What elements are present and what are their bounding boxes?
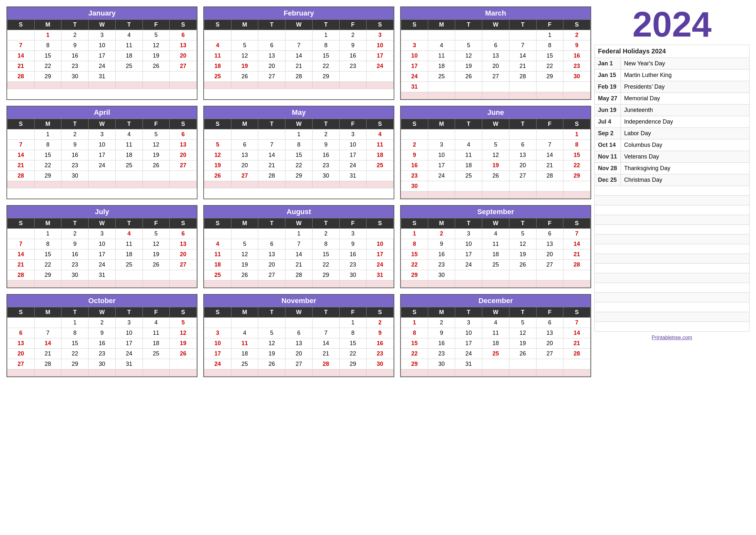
day-cell: 17 [89,150,116,160]
day-header-t-2: T [455,218,482,229]
day-cell: 28 [536,171,563,181]
day-cell: 4 [115,229,143,239]
day-cell: 12 [143,41,170,51]
day-header-s-6: S [563,20,590,30]
day-cell: 15 [401,249,428,260]
day-cell: 18 [455,160,482,171]
day-cell: 12 [231,249,258,260]
day-cell: 28 [285,71,312,82]
empty-cell [536,280,563,288]
day-cell: 28 [8,71,35,82]
day-cell: 7 [285,41,312,51]
empty-cell [509,369,536,377]
day-cell: 6 [482,41,509,51]
day-header-t-4: T [115,119,143,129]
day-cell: 3 [89,30,116,41]
day-cell: 4 [115,129,143,140]
day-cell: 30 [563,71,590,82]
day-cell: 29 [401,359,428,369]
week-row: 293031 [401,359,590,369]
day-cell: 14 [34,338,62,349]
day-cell [204,129,231,140]
month-header-march: March [401,7,590,19]
day-cell: 28 [34,359,62,369]
day-cell: 31 [339,171,366,181]
day-cell: 29 [34,171,62,181]
day-header-w-3: W [482,307,509,318]
day-cell: 23 [401,171,428,181]
day-cell: 10 [115,328,143,338]
empty-cell [339,181,366,188]
day-cell: 18 [204,260,231,270]
holiday-row: Jan 1New Year's Day [595,58,749,70]
day-cell: 26 [231,71,258,82]
day-header-t-4: T [509,20,536,30]
day-cell: 20 [482,61,509,71]
day-cell [8,318,35,328]
day-cell: 1 [62,318,89,328]
day-cell: 13 [536,239,563,249]
week-row: 2728293031 [8,359,197,369]
day-cell: 14 [285,249,312,260]
day-header-s-6: S [366,307,394,318]
day-cell: 29 [62,359,89,369]
day-cell: 20 [170,51,197,61]
calendars-grid: JanuarySMTWTFS12345678910111213141516171… [7,7,591,377]
day-cell: 10 [204,338,231,349]
week-row: 21222324252627 [8,61,197,71]
empty-cell [143,181,170,188]
day-header-f-5: F [143,20,170,30]
day-cell: 8 [34,239,62,249]
empty-cell [563,92,590,99]
day-cell: 21 [509,61,536,71]
day-cell: 1 [563,129,590,140]
week-row: 12345 [8,318,197,328]
day-header-t-2: T [258,20,285,30]
day-cell: 13 [170,41,197,51]
day-cell: 28 [563,349,590,359]
day-cell: 17 [204,349,231,359]
day-cell [482,82,509,92]
day-cell: 3 [428,140,455,150]
empty-holiday-cell [595,302,749,312]
day-cell: 22 [563,160,590,171]
day-cell: 12 [231,51,258,61]
day-cell: 15 [401,338,428,349]
day-cell: 20 [258,260,285,270]
day-header-f-5: F [536,119,563,129]
day-header-w-3: W [89,119,116,129]
month-header-september: September [401,206,590,218]
day-cell: 19 [509,338,536,349]
day-cell: 28 [285,270,312,280]
print-url[interactable]: Printabletree.com [652,335,692,341]
empty-holiday-cell [595,196,749,205]
day-cell: 16 [366,338,394,349]
day-cell: 19 [258,349,285,359]
month-header-may: May [204,106,394,119]
day-cell: 27 [285,359,312,369]
holiday-name: Memorial Day [621,93,749,104]
day-cell: 20 [536,249,563,260]
day-cell: 13 [482,51,509,61]
day-cell: 11 [115,140,143,150]
day-cell: 1 [312,30,339,41]
day-cell: 3 [339,129,366,140]
empty-cell [536,92,563,99]
day-cell: 6 [231,140,258,150]
week-row: 262728293031 [204,171,394,181]
week-row: 18192021222324 [204,61,394,71]
day-cell [231,30,258,41]
holiday-name: Martin Luther King [621,70,749,81]
empty-holiday-row [595,312,749,322]
empty-holiday-cell [595,235,749,244]
empty-holiday-row [595,322,749,331]
month-september: SeptemberSMTWTFS123456789101112131415161… [400,205,591,288]
day-cell: 26 [455,71,482,82]
cal-table-november: SMTWTFS123456789101112131415161718192021… [204,307,394,377]
day-cell: 16 [62,51,89,61]
day-header-f-5: F [536,218,563,229]
empty-row [204,280,394,288]
day-cell: 4 [115,30,143,41]
day-header-t-4: T [312,20,339,30]
empty-cell [204,181,231,188]
